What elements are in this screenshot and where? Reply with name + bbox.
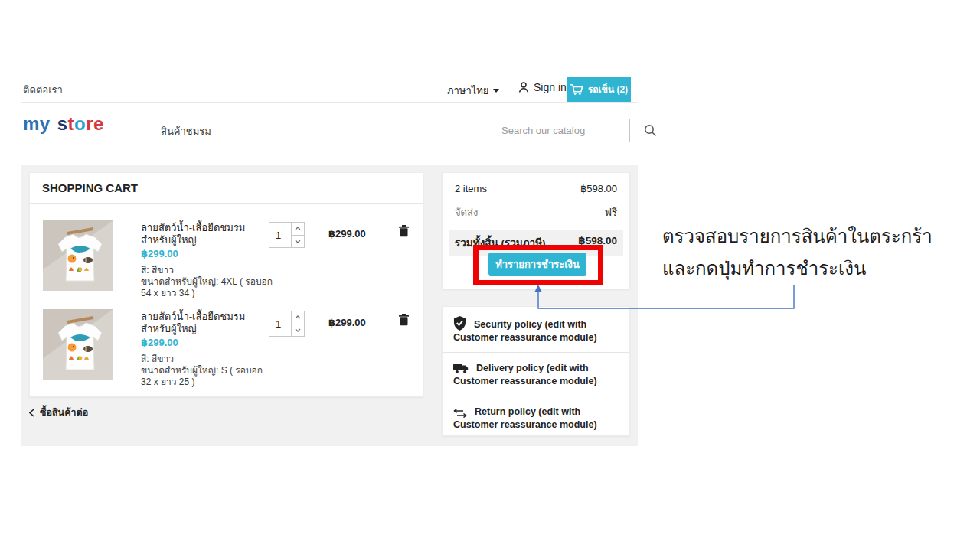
- summary-total-row: รวมทั้งสิ้น (รวมภาษี) ฿598.00: [449, 230, 623, 256]
- summary-items-row: 2 items ฿598.00: [443, 183, 629, 194]
- line-item-price: ฿299.00: [328, 228, 393, 240]
- reassurance-text: Return policy (edit with Customer reassu…: [453, 406, 597, 430]
- search-box: [495, 119, 630, 142]
- quantity-up-button[interactable]: [292, 311, 304, 324]
- annotation-line-1: ตรวจสอบรายการสินค้าในตระกร้า: [662, 220, 969, 253]
- product-unit-price: ฿299.00: [141, 248, 273, 259]
- annotation-text: ตรวจสอบรายการสินค้าในตระกร้า และกดปุ่มทำ…: [662, 220, 969, 285]
- logo-letter: r: [86, 113, 93, 134]
- checkout-button[interactable]: ทำรายการชำระเงิน: [488, 253, 586, 276]
- remove-item-button[interactable]: [399, 225, 409, 240]
- cart-summary-card: 2 items ฿598.00 จัดส่ง ฟรี รวมทั้งสิ้น (…: [442, 172, 630, 289]
- items-total: ฿598.00: [580, 183, 617, 194]
- sign-in-link[interactable]: Sign in: [518, 81, 567, 93]
- contact-link[interactable]: ติดต่อเรา: [23, 82, 63, 98]
- page-title: SHOPPING CART: [30, 173, 423, 204]
- quantity-down-button[interactable]: [292, 324, 304, 337]
- reassurance-text: Security policy (edit with Customer reas…: [453, 319, 597, 343]
- product-name[interactable]: ลายสัตว์น้ำ-เสื้อยืดชมรมสำหรับผู้ใหญ่: [141, 222, 273, 246]
- cart-button[interactable]: รถเข็น (2): [567, 77, 631, 102]
- quantity-up-button[interactable]: [292, 223, 304, 236]
- return-policy-item: Return policy (edit with Customer reassu…: [443, 396, 629, 439]
- cart-item-row: ลายสัตว์น้ำ-เสื้อยืดชมรมสำหรับผู้ใหญ่ ฿2…: [30, 220, 423, 309]
- delivery-policy-item: Delivery policy (edit with Customer reas…: [443, 352, 629, 396]
- shield-check-icon: [453, 316, 466, 331]
- chevron-left-icon: [29, 409, 34, 417]
- logo-letter: y: [40, 113, 51, 134]
- total-label: รวมทั้งสิ้น (รวมภาษี): [455, 234, 546, 251]
- cart-button-label: รถเข็น (2): [588, 82, 628, 96]
- quantity-down-button[interactable]: [292, 236, 304, 248]
- shopping-cart-card: SHOPPING CART ลายสัตว์น้ำ-เสื้อยืดชมรมสำ…: [29, 172, 423, 397]
- reassurance-card: Security policy (edit with Customer reas…: [442, 306, 630, 436]
- page: ติดต่อเรา ภาษาไทย Sign in รถเข็น (2) mys…: [0, 0, 980, 551]
- chevron-down-icon: [493, 89, 499, 93]
- logo-letter: m: [23, 113, 40, 134]
- quantity-input[interactable]: [269, 222, 292, 248]
- product-unit-price: ฿299.00: [141, 337, 273, 348]
- product-image[interactable]: [43, 309, 113, 380]
- shipping-value: ฟรี: [605, 204, 617, 220]
- quantity-widget: [269, 222, 305, 248]
- annotation-line-2: และกดปุ่มทำการชำระเงิน: [662, 253, 969, 285]
- quantity-input[interactable]: [269, 311, 292, 337]
- cart-item-row: ลายสัตว์น้ำ-เสื้อยืดชมรมสำหรับผู้ใหญ่ ฿2…: [30, 309, 423, 398]
- total-value: ฿598.00: [578, 234, 617, 251]
- product-size: ขนาดสำหรับผู้ใหญ่: 4XL ( รอบอก 54 x ยาว …: [141, 276, 273, 299]
- logo-letter: e: [93, 113, 104, 134]
- cart-icon: [570, 83, 583, 96]
- reassurance-text: Delivery policy (edit with Customer reas…: [453, 363, 597, 386]
- topbar-divider: [21, 102, 638, 103]
- logo-letter: t: [68, 113, 75, 134]
- trash-icon: [399, 314, 409, 326]
- search-input[interactable]: [495, 125, 642, 136]
- truck-icon: [453, 363, 469, 374]
- language-label: ภาษาไทย: [447, 83, 488, 99]
- product-size: ขนาดสำหรับผู้ใหญ่: S ( รอบอก 32 x ยาว 25…: [141, 365, 273, 388]
- product-color: สี: สีขาว: [141, 354, 273, 365]
- remove-item-button[interactable]: [399, 314, 409, 328]
- return-arrows-icon: [453, 409, 467, 418]
- product-color: สี: สีขาว: [141, 265, 273, 276]
- shipping-label: จัดส่ง: [455, 204, 478, 220]
- product-image[interactable]: [43, 220, 113, 291]
- store-logo[interactable]: mystore: [23, 113, 104, 135]
- security-policy-item: Security policy (edit with Customer reas…: [443, 307, 629, 352]
- language-selector[interactable]: ภาษาไทย: [447, 83, 499, 99]
- quantity-widget: [269, 311, 305, 337]
- nav-item-club-products[interactable]: สินค้าชมรม: [161, 123, 211, 139]
- continue-shopping-link[interactable]: ซื้อสินค้าต่อ: [29, 405, 88, 420]
- logo-letter: o: [74, 113, 86, 134]
- sign-in-label: Sign in: [534, 81, 567, 93]
- items-count: 2 items: [455, 183, 487, 194]
- user-icon: [518, 81, 530, 93]
- continue-shopping-label: ซื้อสินค้าต่อ: [40, 405, 88, 420]
- summary-shipping-row: จัดส่ง ฟรี: [443, 204, 629, 220]
- search-icon[interactable]: [642, 124, 664, 137]
- trash-icon: [399, 225, 409, 237]
- product-name[interactable]: ลายสัตว์น้ำ-เสื้อยืดชมรมสำหรับผู้ใหญ่: [141, 311, 273, 335]
- line-item-price: ฿299.00: [328, 317, 393, 328]
- logo-letter: s: [57, 113, 68, 134]
